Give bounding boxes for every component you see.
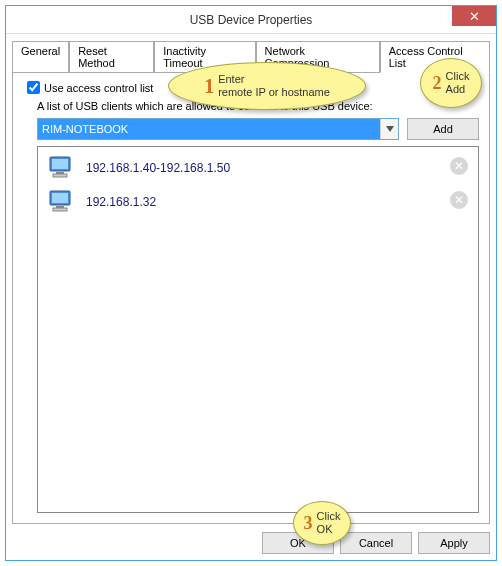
list-item[interactable]: 192.168.1.32 ✕ [42,185,474,219]
dialog-buttons: OK Cancel Apply [12,524,490,554]
callout-2: 2 Click Add [420,58,482,108]
svg-rect-5 [52,193,68,203]
tab-general[interactable]: General [12,41,69,73]
callout-number: 3 [304,513,313,534]
callout-text: Click OK [317,510,341,535]
tab-panel-acl: Use access control list A list of USB cl… [12,72,490,524]
callout-number: 1 [204,75,214,98]
host-combobox[interactable] [37,118,399,140]
acl-listbox[interactable]: 192.168.1.40-192.168.1.50 ✕ 192.168.1.32… [37,146,479,513]
use-acl-checkbox[interactable] [27,81,40,94]
callout-1: 1 Enter remote IP or hostname [168,62,366,110]
list-item[interactable]: 192.168.1.40-192.168.1.50 ✕ [42,151,474,185]
svg-rect-3 [53,174,67,177]
callout-number: 2 [433,73,442,94]
properties-window: USB Device Properties ✕ General Reset Me… [5,5,497,561]
list-item-text: 192.168.1.32 [86,195,156,209]
computer-icon [48,189,76,215]
host-input[interactable] [38,119,380,139]
chevron-down-icon [386,126,394,132]
svg-rect-1 [52,159,68,169]
remove-entry-button[interactable]: ✕ [450,157,468,175]
svg-rect-7 [53,208,67,211]
callout-text: Click Add [446,70,470,95]
remove-entry-button[interactable]: ✕ [450,191,468,209]
add-entry-row: Add [37,118,479,140]
combo-dropdown-button[interactable] [380,119,398,139]
tab-reset-method[interactable]: Reset Method [69,41,154,73]
close-icon: ✕ [469,9,480,24]
list-item-text: 192.168.1.40-192.168.1.50 [86,161,230,175]
close-icon: ✕ [454,193,464,207]
add-button[interactable]: Add [407,118,479,140]
computer-icon [48,155,76,181]
callout-3: 3 Click OK [293,501,351,545]
cancel-button[interactable]: Cancel [340,532,412,554]
apply-button[interactable]: Apply [418,532,490,554]
callout-text: Enter remote IP or hostname [218,73,330,98]
close-button[interactable]: ✕ [452,6,496,26]
window-title: USB Device Properties [190,13,313,27]
content-area: General Reset Method Inactivity Timeout … [6,34,496,560]
use-acl-label: Use access control list [44,82,153,94]
titlebar: USB Device Properties ✕ [6,6,496,34]
close-icon: ✕ [454,159,464,173]
